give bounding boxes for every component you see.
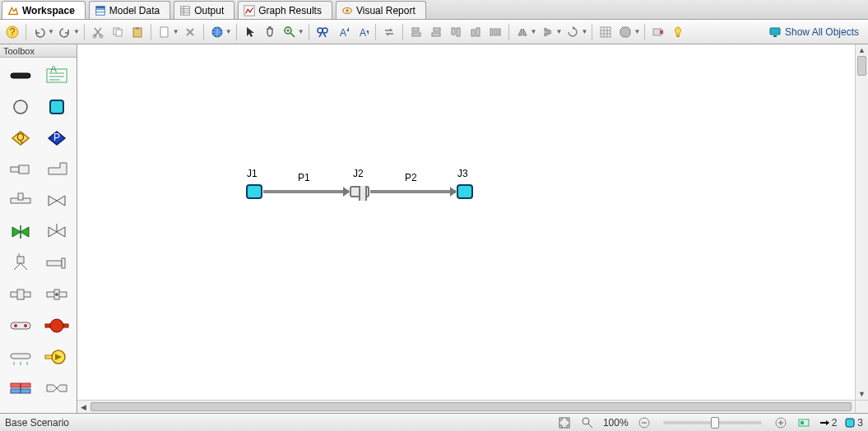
svg-rect-55 (770, 28, 780, 35)
lightbulb-button[interactable] (669, 23, 687, 41)
pipe-p2[interactable] (370, 190, 456, 193)
flip-h-button[interactable] (513, 23, 531, 41)
junction-j1[interactable] (246, 184, 262, 199)
workspace-canvas[interactable]: J1 P1 J2 P2 J3 (77, 44, 855, 400)
globe-button[interactable] (208, 23, 226, 41)
tool-screen[interactable] (7, 346, 35, 368)
tab-graph-results[interactable]: Graph Results (238, 1, 332, 19)
pipe-p1[interactable] (263, 190, 349, 193)
svg-rect-89 (63, 324, 68, 327)
new-button[interactable] (155, 23, 174, 41)
tool-pipe[interactable] (7, 65, 35, 86)
align-top-button[interactable] (447, 23, 465, 41)
tool-check-valve[interactable] (7, 221, 35, 243)
dropdown-icon[interactable]: ▼ (634, 28, 640, 35)
tool-elbow[interactable] (43, 159, 71, 180)
svg-point-85 (14, 324, 17, 327)
tool-relief-valve[interactable] (43, 221, 71, 243)
scroll-left-icon[interactable]: ◀ (77, 401, 89, 413)
dropdown-icon[interactable]: ▼ (173, 28, 179, 35)
font-decrease-button[interactable]: A▼ (353, 23, 371, 41)
zoom-in-button[interactable] (773, 415, 788, 430)
svg-rect-95 (45, 355, 52, 359)
paste-button[interactable] (128, 23, 146, 41)
rotate-button[interactable] (564, 23, 582, 41)
svg-rect-54 (676, 35, 680, 37)
tool-heat-exchanger[interactable] (7, 315, 35, 336)
tool-annotation[interactable]: A (43, 65, 71, 86)
tool-area-change[interactable] (7, 159, 35, 180)
tab-workspace[interactable]: Workspace (2, 1, 86, 19)
zoom-out-button[interactable] (637, 415, 652, 430)
stop-button[interactable] (616, 23, 634, 41)
distribute-h-button[interactable] (486, 23, 504, 41)
fit-view-button[interactable] (557, 415, 572, 430)
align-bottom-button[interactable] (466, 23, 485, 41)
dropdown-icon[interactable]: ▼ (73, 28, 80, 35)
scroll-thumb[interactable] (91, 402, 852, 411)
tool-separator[interactable] (7, 378, 35, 399)
horizontal-scrollbar[interactable]: ◀ (77, 400, 855, 413)
dropdown-icon[interactable]: ▼ (48, 28, 54, 35)
tool-assigned-pressure[interactable]: P (43, 127, 71, 149)
view-tabs: Workspace Model Data Output Graph Result… (0, 0, 868, 20)
show-all-objects-button[interactable]: Show All Objects (763, 23, 865, 41)
grid-button[interactable] (596, 23, 615, 41)
copy-button[interactable] (109, 23, 127, 41)
dropdown-icon[interactable]: ▼ (531, 28, 537, 35)
align-right-button[interactable] (427, 23, 445, 41)
overview-button[interactable] (796, 415, 811, 430)
zoom-button[interactable] (281, 23, 299, 41)
vertical-scrollbar[interactable]: ▲ ▼ (855, 44, 868, 400)
delete-button[interactable] (181, 23, 199, 41)
pointer-button[interactable] (241, 23, 259, 41)
dropdown-icon[interactable]: ▼ (581, 28, 587, 35)
zoom-slider-knob[interactable] (711, 417, 719, 429)
svg-rect-56 (773, 35, 777, 37)
tab-model-data[interactable]: Model Data (89, 1, 170, 19)
undo-button[interactable] (30, 23, 49, 41)
reverse-button[interactable] (380, 23, 398, 41)
tool-general-component[interactable] (7, 284, 35, 305)
output-icon (179, 5, 191, 16)
dropdown-icon[interactable]: ▼ (556, 28, 563, 35)
tool-compressor[interactable] (43, 346, 71, 368)
tool-circle-junction[interactable] (7, 96, 35, 118)
font-increase-button[interactable]: A▲ (333, 23, 351, 41)
tool-valve[interactable] (43, 190, 71, 211)
zoom-magnifier-icon[interactable] (580, 415, 595, 430)
scroll-thumb[interactable] (857, 56, 866, 76)
svg-rect-37 (432, 33, 440, 36)
find-button[interactable] (313, 23, 332, 41)
junction-count: 3 (845, 417, 863, 429)
scroll-down-icon[interactable]: ▼ (856, 388, 868, 400)
svg-rect-80 (17, 290, 24, 299)
pan-button[interactable] (261, 23, 279, 41)
align-left-button[interactable] (407, 23, 425, 41)
junction-j2[interactable] (350, 186, 369, 197)
svg-text:P: P (53, 132, 60, 143)
tool-reservoir[interactable] (43, 96, 71, 118)
flip-v-button[interactable] (539, 23, 557, 41)
svg-rect-19 (136, 27, 139, 30)
scroll-up-icon[interactable]: ▲ (856, 44, 868, 56)
remove-button[interactable] (649, 23, 667, 41)
tool-orifice[interactable] (43, 284, 71, 305)
dropdown-icon[interactable]: ▼ (298, 28, 304, 35)
tool-dead-end[interactable] (43, 253, 71, 274)
tool-venturi[interactable] (43, 378, 71, 399)
tool-assigned-flow[interactable]: Q (7, 127, 35, 149)
svg-point-86 (24, 324, 27, 327)
tool-pump[interactable] (43, 315, 71, 336)
help-button[interactable]: ? (3, 23, 21, 41)
redo-button[interactable] (56, 23, 74, 41)
tab-visual-report[interactable]: Visual Report (336, 1, 426, 19)
cut-button[interactable] (89, 23, 107, 41)
tool-spray[interactable] (7, 253, 35, 274)
tab-output[interactable]: Output (174, 1, 234, 19)
zoom-slider[interactable] (663, 421, 762, 424)
tool-tee[interactable] (7, 190, 35, 211)
dropdown-icon[interactable]: ▼ (225, 28, 232, 35)
junction-j3[interactable] (457, 184, 473, 199)
svg-rect-108 (801, 421, 804, 424)
